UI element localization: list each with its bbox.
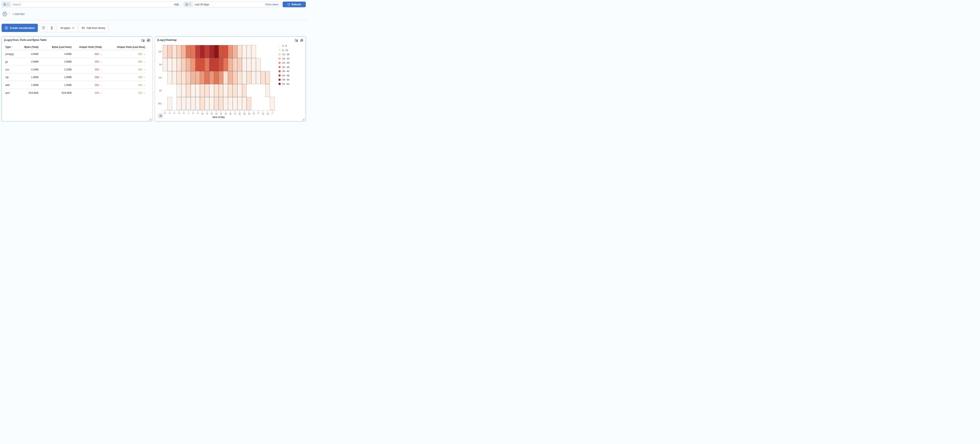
heatmap-cell[interactable] (228, 71, 233, 84)
heatmap-cell[interactable] (223, 84, 228, 97)
heatmap-cell[interactable] (223, 58, 228, 71)
heatmap-cell[interactable] (177, 58, 181, 71)
column-header-bytes-total[interactable]: Bytes (Total) (19, 46, 38, 48)
heatmap-cell[interactable] (251, 58, 256, 71)
show-dates-link[interactable]: Show dates (263, 2, 281, 7)
heatmap-cell[interactable] (237, 58, 242, 71)
heatmap-cell[interactable] (233, 71, 237, 84)
heatmap-cell[interactable] (266, 84, 270, 97)
heatmap-cell[interactable] (247, 45, 251, 58)
heatmap-cell[interactable] (196, 45, 200, 58)
heatmap-cell[interactable] (228, 58, 233, 71)
column-header-type[interactable]: Type ↑ (5, 46, 19, 48)
legend-item[interactable]: 54 - 60 (278, 83, 289, 85)
heatmap-cell[interactable] (242, 71, 247, 84)
heatmap-cell[interactable] (196, 71, 200, 84)
heatmap-cell[interactable] (200, 84, 205, 97)
heatmap-cell[interactable] (177, 45, 181, 58)
heatmap-cell[interactable] (205, 58, 209, 71)
heatmap-cell[interactable] (191, 58, 196, 71)
heatmap-cell[interactable] (209, 45, 214, 58)
heatmap-cell[interactable] (191, 84, 196, 97)
column-header-visits-last-hour[interactable]: Unique Visits (Last Hour) (102, 46, 145, 48)
heatmap-cell[interactable] (214, 71, 219, 84)
panel-settings-button[interactable] (146, 38, 151, 43)
heatmap-cell[interactable] (191, 45, 196, 58)
heatmap-cell[interactable] (247, 71, 251, 84)
heatmap-cell[interactable] (228, 45, 233, 58)
legend-toggle-button[interactable] (158, 113, 163, 118)
legend-item[interactable]: 18 - 24 (278, 57, 289, 60)
heatmap-cell[interactable] (177, 97, 181, 110)
heatmap-cell[interactable] (233, 97, 237, 110)
heatmap-cell[interactable] (214, 45, 219, 58)
add-map-button[interactable] (48, 24, 56, 32)
heatmap-cell[interactable] (219, 84, 223, 97)
heatmap-cell[interactable] (200, 45, 205, 58)
legend-item[interactable]: 12 - 18 (278, 53, 289, 56)
create-visualization-button[interactable]: Create visualization (2, 24, 38, 32)
heatmap-cell[interactable] (228, 97, 233, 110)
heatmap-cell[interactable] (172, 71, 177, 84)
saved-query-menu-button[interactable] (2, 2, 11, 7)
heatmap-cell[interactable] (237, 71, 242, 84)
heatmap-cell[interactable] (177, 71, 181, 84)
heatmap-cell[interactable] (209, 97, 214, 110)
heatmap-cell[interactable] (209, 84, 214, 97)
heatmap-cell[interactable] (186, 84, 191, 97)
heatmap-cell[interactable] (172, 45, 177, 58)
time-range-value[interactable]: Last 30 days (192, 2, 263, 7)
heatmap-cell[interactable] (181, 84, 186, 97)
panel-resize-handle[interactable] (149, 118, 151, 120)
panel-resize-handle[interactable] (302, 118, 304, 120)
heatmap-cell[interactable] (205, 97, 209, 110)
heatmap-cell[interactable] (172, 58, 177, 71)
heatmap-cell[interactable] (186, 71, 191, 84)
heatmap-cell[interactable] (167, 45, 172, 58)
heatmap-cell[interactable] (196, 58, 200, 71)
heatmap-cell[interactable] (247, 97, 251, 110)
heatmap-cell[interactable] (237, 45, 242, 58)
heatmap-cell[interactable] (247, 58, 251, 71)
legend-item[interactable]: 42 - 48 (278, 74, 289, 77)
heatmap-cell[interactable] (191, 71, 196, 84)
legend-item[interactable]: 30 - 36 (278, 66, 289, 68)
heatmap-cell[interactable] (186, 45, 191, 58)
heatmap-cell[interactable] (256, 71, 261, 84)
heatmap-cell[interactable] (233, 58, 237, 71)
heatmap-cell[interactable] (181, 71, 186, 84)
legend-item[interactable]: 48 - 54 (278, 78, 289, 81)
heatmap-cell[interactable] (242, 97, 247, 110)
add-filter-link[interactable]: + Add filter (13, 13, 25, 16)
legend-item[interactable]: 24 - 30 (278, 62, 289, 64)
heatmap-cell[interactable] (205, 71, 209, 84)
heatmap-cell[interactable] (209, 71, 214, 84)
heatmap-cell[interactable] (209, 58, 214, 71)
add-text-annotation-button[interactable] (40, 24, 48, 32)
search-input[interactable] (11, 2, 172, 7)
heatmap-cell[interactable] (177, 84, 181, 97)
heatmap-cell[interactable] (233, 84, 237, 97)
heatmap-cell[interactable] (167, 71, 172, 84)
heatmap-cell[interactable] (242, 84, 247, 97)
heatmap-cell[interactable] (181, 45, 186, 58)
add-from-library-button[interactable]: Add from library (79, 24, 108, 32)
heatmap-cell[interactable] (205, 84, 209, 97)
heatmap-cell[interactable] (223, 71, 228, 84)
heatmap-cell[interactable] (223, 97, 228, 110)
heatmap-cell[interactable] (223, 45, 228, 58)
heatmap-cell[interactable] (205, 45, 209, 58)
heatmap-cell[interactable] (251, 45, 256, 58)
heatmap-cell[interactable] (233, 45, 237, 58)
heatmap-cell[interactable] (242, 58, 247, 71)
heatmap-cell[interactable] (167, 97, 172, 110)
heatmap-cell[interactable] (261, 71, 266, 84)
legend-item[interactable]: 36 - 42 (278, 70, 289, 72)
column-header-bytes-last-hour[interactable]: Bytes (Last Hour) (38, 46, 72, 48)
all-types-dropdown[interactable]: All types (57, 24, 77, 32)
heatmap-cell[interactable] (200, 71, 205, 84)
heatmap-cell[interactable] (228, 84, 233, 97)
legend-item[interactable]: 6 - 12 (278, 49, 289, 51)
heatmap-cell[interactable] (266, 71, 270, 84)
heatmap-cell[interactable] (251, 71, 256, 84)
